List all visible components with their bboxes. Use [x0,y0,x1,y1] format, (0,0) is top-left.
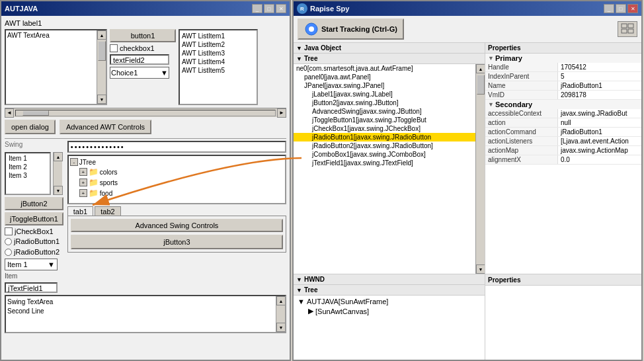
hwnd-collapse[interactable]: ▼ [296,276,302,283]
tree-expand-jtree[interactable]: - [70,158,78,166]
awt-list-item-3[interactable]: AWT ListItem4 [181,58,255,66]
tree-node-3[interactable]: jLabel1[javax.swing.JLabel] [294,90,475,99]
spy-minimize-button[interactable]: _ [604,4,614,13]
awt-list-item-2[interactable]: AWT ListItem3 [181,49,255,58]
spy-panels: ▼ Java Object ▼ Tree ne0[com.smartesoft.… [294,43,641,274]
tree-colors[interactable]: + 📁 colors [79,167,284,177]
prop-accessibleContext: accessibleContext javax.swing.JRadioBut [485,109,641,118]
hwnd-properties-label: Properties [488,276,520,284]
sl-scroll-down[interactable]: ▼ [54,186,63,195]
scroll-right-btn[interactable]: ► [277,108,286,118]
tree-node-6[interactable]: jToggleButton1[javax.swing.JToggleBut [294,116,475,124]
tree-expand-sports[interactable]: + [79,179,87,186]
tree-scrollbar[interactable]: ▲ ▼ [475,64,485,274]
tree-node-4[interactable]: jButton2[javax.swing.JButton] [294,99,475,107]
svg-rect-2 [622,24,627,28]
tree-node-1[interactable]: panel0[java.awt.Panel] [294,73,475,81]
tree-food[interactable]: + 📁 food [79,188,284,198]
tree-scroll-thumb [477,75,485,95]
tree-scroll-up[interactable]: ▲ [476,64,485,73]
spy-toolbar: Start Tracking (Ctrl-G) [294,16,641,43]
maximize-button[interactable]: □ [264,4,274,13]
awt-textfield2[interactable]: textField2 [110,54,169,65]
tree-jtree-label: JTree [79,159,96,166]
awt-checkbox[interactable] [110,44,118,52]
sta-scroll-down[interactable]: ▼ [276,323,286,332]
awt-textarea-scrollbar[interactable]: ▲ ▼ [97,30,106,104]
hwnd-expand-1[interactable]: ▶ [308,307,313,315]
awt-list-item-1[interactable]: AWT ListItem2 [181,40,255,49]
grid-button[interactable] [618,21,637,37]
hwnd-tree-node-0[interactable]: ▼ AUTJAVA[SunAwtFrame] [295,297,483,306]
autjava-content: AWT label1 AWT TextArea ▲ ▼ button1 chec… [1,16,290,360]
tree-node-5[interactable]: AdvancedSwing[javax.swing.JButton] [294,107,475,116]
scroll-up-btn[interactable]: ▲ [97,30,106,40]
scroll-down-btn[interactable]: ▼ [97,95,106,104]
swing-textarea[interactable]: Swing TextAreaSecond Line ▲ ▼ [5,295,286,333]
tree-expand-food[interactable]: + [79,189,87,197]
swing-list-area: Item 1 Item 2 Item 3 ▲ ▼ [5,152,63,195]
java-object-collapse[interactable]: ▼ [296,45,302,52]
jcheckbox1[interactable] [5,227,13,235]
swing-password-field[interactable]: •••••••••••••• [67,141,286,153]
start-tracking-button[interactable]: Start Tracking (Ctrl-G) [298,19,404,40]
tracking-icon [304,22,319,36]
swing-list[interactable]: Item 1 Item 2 Item 3 [5,152,51,195]
h-scrollbar[interactable]: ◄ ► [5,108,286,117]
tree-node-7[interactable]: jCheckBox1[javax.swing.JCheckBox] [294,124,475,133]
awt-list-item-4[interactable]: AWT ListItem5 [181,66,255,75]
swing-list-item-1[interactable]: Item 2 [7,163,49,171]
tree-collapse[interactable]: ▼ [296,56,302,62]
prop-index: IndexInParent 5 [485,72,641,81]
tab1[interactable]: tab1 [67,206,93,216]
swing-list-item-2[interactable]: Item 3 [7,171,49,180]
spy-close-button[interactable]: ✕ [627,4,638,13]
jradiobutton1[interactable] [5,238,12,245]
secondary-expand-icon[interactable]: ▼ [488,101,494,108]
tree-node-9[interactable]: jRadioButton2[javax.swing.JRadioButton] [294,141,475,150]
hwnd-tree-content: ▼ AUTJAVA[SunAwtFrame] ▶ [SunAwtCanvas] [294,296,485,360]
primary-expand-icon[interactable]: ▼ [488,55,494,61]
jradiobutton2[interactable] [5,249,12,256]
autjava-title-text: AUTJAVA [5,5,38,13]
close-button[interactable]: ✕ [276,4,286,13]
hwnd-expand-0[interactable]: ▼ [298,298,305,305]
jcombobox1[interactable]: Item 1 ▼ [5,259,58,270]
swing-textarea-scrollbar[interactable]: ▲ ▼ [276,296,285,332]
jtogglebutton1[interactable]: jToggleButton1 [5,212,63,225]
tree-node-10[interactable]: jComboBox1[javax.swing.JComboBox] [294,150,475,159]
awt-list[interactable]: AWT ListItem1 AWT ListItem2 AWT ListItem… [179,29,258,105]
minimize-button[interactable]: _ [252,4,262,13]
tree-node-0[interactable]: ne0[com.smartesoft.java.aut.AwtFrame] [294,64,475,73]
scroll-left-btn[interactable]: ◄ [5,108,14,118]
hwnd-tree-collapse[interactable]: ▼ [296,287,302,294]
swing-list-item-0[interactable]: Item 1 [7,154,49,163]
awt-textarea[interactable]: AWT TextArea [6,30,106,40]
jtextfield1[interactable]: jTextField1 [5,282,58,293]
tree-node-2[interactable]: JPanel[javax.swing.JPanel] [294,81,475,90]
spy-maximize-button[interactable]: □ [616,4,626,13]
tab2[interactable]: tab2 [95,206,120,216]
jbutton2[interactable]: jButton2 [5,197,63,210]
hwnd-tree-node-1[interactable]: ▶ [SunAwtCanvas] [295,306,483,316]
tree-colors-label: colors [100,169,118,176]
tree-jtree[interactable]: - JTree [70,157,284,167]
tree-expand-colors[interactable]: + [79,168,87,176]
tree-sports[interactable]: + 📁 sports [79,177,284,188]
advanced-swing-button[interactable]: Advanced Swing Controls [71,219,283,232]
tree-node-11[interactable]: jTextField1[javax.swing.JTextField] [294,159,475,167]
advanced-awt-button[interactable]: Advanced AWT Controls [60,120,151,134]
prop-alignmentx-name: alignmentX [485,155,558,164]
swing-list-scrollbar[interactable]: ▲ ▼ [53,152,62,195]
sl-scroll-up[interactable]: ▲ [54,152,63,161]
open-dialog-button[interactable]: open dialog [5,120,56,134]
sta-scroll-up[interactable]: ▲ [276,296,286,305]
jbutton3[interactable]: jButton3 [71,235,283,249]
jtree-area[interactable]: - JTree + 📁 colors + 📁 sports + [67,155,286,204]
awt-button1[interactable]: button1 [110,29,176,42]
awt-select[interactable]: Choice1 ▼ [110,67,169,79]
tree-scroll-down[interactable]: ▼ [476,264,485,274]
awt-checkbox-label: checkbox1 [120,44,155,52]
tree-node-8-highlighted[interactable]: jRadioButton1[javax.swing.JRadioButton [294,133,475,141]
awt-list-item-0[interactable]: AWT ListItem1 [181,32,255,40]
